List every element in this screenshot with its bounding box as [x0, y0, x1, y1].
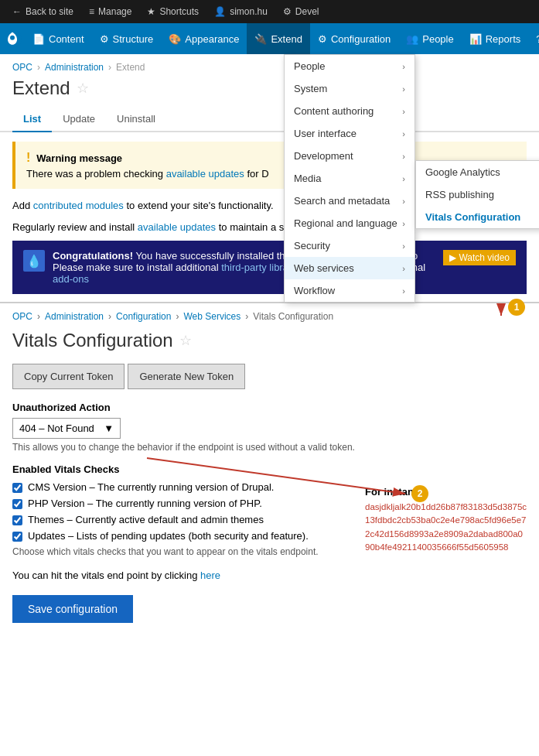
arrow-icon: › [402, 84, 405, 94]
user-icon: 👤 [214, 6, 226, 17]
tabs: List Update Uninstall [0, 107, 539, 132]
token-buttons: Copy Current Token Generate New Token [0, 364, 539, 402]
vbread-config[interactable]: Configuration [116, 311, 171, 322]
web-services-submenu: Google Analytics RSS publishing Vitals C… [415, 160, 539, 229]
shortcuts-button[interactable]: ★ Shortcuts [141, 0, 205, 23]
dropdown-development[interactable]: Development › [285, 145, 414, 167]
chevron-down-icon: ▼ [104, 422, 114, 434]
dropdown-search-metadata[interactable]: Search and metadata › [285, 190, 414, 212]
arrow-icon: › [402, 264, 405, 273]
arrow-icon: › [402, 174, 405, 183]
vbread-webservices[interactable]: Web Services [183, 311, 241, 322]
drupal-logo[interactable] [3, 26, 22, 51]
dropdown-user-interface[interactable]: User interface › [285, 122, 414, 145]
vbread-current: Vitals Configuration [253, 311, 333, 322]
themes-checkbox[interactable] [12, 515, 22, 525]
contributed-modules-link[interactable]: contributed modules [33, 200, 124, 211]
back-to-site-button[interactable]: ← Back to site [6, 0, 80, 23]
section-divider [0, 302, 539, 303]
vitals-favorite-icon[interactable]: ☆ [179, 332, 192, 349]
arrow-icon: › [402, 107, 405, 116]
breadcrumb: OPC › Administration › Extend [12, 62, 527, 73]
arrow-icon: › [402, 129, 405, 139]
user-button[interactable]: 👤 simon.hu [208, 0, 274, 23]
manage-icon: ≡ [89, 6, 94, 17]
dropdown-menu: People › System › Content authoring › Us… [284, 54, 415, 303]
breadcrumb-admin[interactable]: Administration [45, 62, 104, 73]
token-value-display: dasjdkljalk20b1dd26b87f83183d5d3875c13fd… [365, 501, 527, 554]
warning-icon: ! [26, 151, 30, 165]
nav-reports[interactable]: 📊 Reports [462, 23, 529, 54]
dropdown-security[interactable]: Security › [285, 234, 414, 257]
add-ons-link[interactable]: add-ons [53, 273, 89, 285]
for-instance-label: For instance [365, 486, 527, 498]
main-nav: 📄 Content ⚙ Structure 🎨 Appearance 🔌 Ext… [0, 23, 539, 54]
unauthorized-action-section: Unauthorized Action 404 – Not Found ▼ Th… [0, 402, 539, 460]
nav-people[interactable]: 👥 People [398, 23, 461, 54]
vbread-admin[interactable]: Administration [45, 311, 104, 322]
submenu-rss-publishing[interactable]: RSS publishing [416, 183, 539, 206]
nav-help[interactable]: ? Help [528, 23, 539, 54]
admin-bar: ← Back to site ≡ Manage ★ Shortcuts 👤 si… [0, 0, 539, 23]
vbread-opc[interactable]: OPC [12, 311, 32, 322]
nav-appearance[interactable]: 🎨 Appearance [161, 23, 247, 54]
vitals-endpoint-link[interactable]: here [200, 570, 220, 581]
dropdown-people[interactable]: People › [285, 55, 414, 77]
arrow-icon: › [402, 241, 405, 251]
tab-update[interactable]: Update [52, 107, 106, 132]
cms-version-checkbox[interactable] [12, 483, 22, 493]
watch-video-button[interactable]: ▶ Watch video [443, 250, 516, 265]
php-version-checkbox[interactable] [12, 499, 22, 509]
available-updates-link2[interactable]: available updates [138, 221, 216, 233]
dropdown-content-authoring[interactable]: Content authoring › [285, 100, 414, 122]
appearance-icon: 🎨 [169, 33, 181, 45]
svg-point-1 [10, 36, 15, 40]
breadcrumb-current: Extend [116, 62, 145, 73]
tab-uninstall[interactable]: Uninstall [106, 107, 166, 132]
help-icon: ? [536, 33, 539, 45]
dropdown-system[interactable]: System › [285, 77, 414, 100]
info-box: 💧 Congratulations! You have successfully… [12, 241, 527, 294]
unauthorized-label: Unauthorized Action [12, 402, 527, 413]
vitals-breadcrumb: OPC › Administration › Configuration › W… [12, 311, 527, 322]
extend-icon: 🔌 [254, 33, 267, 45]
vitals-link-text: You can hit the vitals end point by clic… [0, 565, 539, 592]
available-updates-link[interactable]: available updates [166, 168, 244, 180]
submenu-vitals-config[interactable]: Vitals Configuration [416, 206, 539, 228]
arrow-icon: › [402, 152, 405, 161]
nav-content[interactable]: 📄 Content [25, 23, 92, 54]
devel-button[interactable]: ⚙ Devel [277, 0, 326, 23]
annotation-badge-1: 1 [508, 299, 525, 316]
config-dropdown: People › System › Content authoring › Us… [284, 54, 415, 303]
submenu-google-analytics[interactable]: Google Analytics [416, 161, 539, 183]
save-configuration-button[interactable]: Save configuration [12, 595, 133, 623]
info-icon: 💧 [23, 250, 45, 272]
page-title: Extend ☆ [12, 77, 527, 99]
tab-list[interactable]: List [12, 107, 52, 132]
people-icon: 👥 [406, 33, 418, 45]
dropdown-media[interactable]: Media › [285, 167, 414, 190]
back-icon: ← [12, 6, 22, 17]
for-instance-panel: For instance dasjdkljalk20b1dd26b87f8318… [365, 486, 527, 554]
vitals-page-title: Vitals Configuration ☆ [0, 325, 539, 364]
dropdown-web-services[interactable]: Web services › [285, 257, 414, 279]
extend-header: OPC › Administration › Extend Extend ☆ [0, 54, 539, 99]
breadcrumb-opc[interactable]: OPC [12, 62, 32, 73]
checks-title: Enabled Vitals Checks [12, 464, 527, 475]
manage-button[interactable]: ≡ Manage [83, 0, 138, 23]
dropdown-regional-language[interactable]: Regional and language › [285, 212, 414, 234]
nav-structure[interactable]: ⚙ Structure [92, 23, 162, 54]
dropdown-workflow[interactable]: Workflow › [285, 279, 414, 302]
devel-icon: ⚙ [283, 6, 292, 17]
nav-extend[interactable]: 🔌 Extend [247, 23, 309, 54]
copy-token-button[interactable]: Copy Current Token [12, 364, 125, 389]
updates-checkbox[interactable] [12, 532, 22, 542]
generate-token-button[interactable]: Generate New Token [128, 364, 245, 389]
unauthorized-select[interactable]: 404 – Not Found ▼ [12, 418, 121, 439]
arrow-icon: › [402, 219, 405, 228]
warning-title: Warning message [36, 152, 122, 164]
arrow-icon: › [402, 197, 405, 206]
favorite-icon[interactable]: ☆ [77, 80, 89, 97]
nav-configuration[interactable]: ⚙ Configuration [310, 23, 398, 54]
unauthorized-help: This allows you to change the behavior i… [12, 442, 527, 453]
